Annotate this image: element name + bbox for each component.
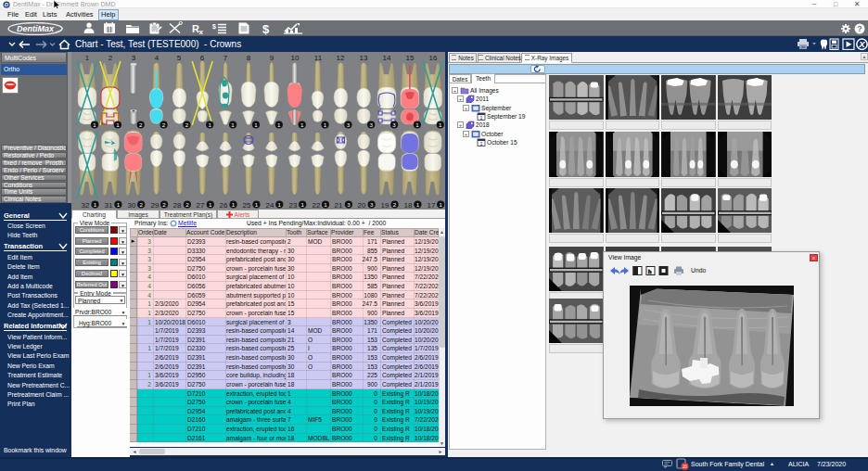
svg-text:1: 1	[209, 201, 212, 208]
svg-text:1: 1	[415, 121, 419, 128]
svg-text:?: ?	[857, 24, 862, 33]
svg-text:2: 2	[162, 121, 166, 128]
svg-text:1: 1	[232, 201, 236, 208]
svg-text:DentiMax: DentiMax	[17, 24, 55, 33]
svg-text:txt: txt	[801, 45, 805, 49]
svg-text:4: 4	[155, 54, 160, 62]
svg-text:1: 1	[300, 121, 304, 128]
svg-text:25: 25	[243, 201, 251, 210]
svg-text:10: 10	[291, 54, 300, 62]
svg-text:30: 30	[128, 201, 136, 210]
svg-text:21: 21	[335, 201, 343, 210]
svg-text:1: 1	[93, 121, 96, 128]
svg-text:1: 1	[300, 201, 304, 208]
svg-text:28: 28	[173, 201, 182, 210]
svg-text:1: 1	[324, 121, 327, 128]
svg-text:2: 2	[139, 121, 143, 128]
svg-text:1: 1	[117, 201, 121, 208]
svg-text:3: 3	[369, 121, 373, 128]
svg-text:5: 5	[177, 54, 182, 62]
svg-text:x: x	[199, 28, 204, 35]
svg-text:$: $	[212, 23, 216, 31]
svg-text:3: 3	[347, 121, 351, 128]
svg-text:32: 32	[82, 201, 90, 210]
svg-text:31: 31	[105, 201, 113, 210]
svg-text:1: 1	[254, 121, 258, 128]
svg-text:16: 16	[429, 54, 438, 62]
svg-text:1: 1	[85, 54, 90, 62]
svg-text:18: 18	[404, 201, 413, 210]
svg-text:h: h	[648, 269, 651, 274]
svg-text:7: 7	[223, 54, 228, 62]
svg-text:1: 1	[324, 201, 327, 208]
svg-text:2: 2	[139, 201, 143, 208]
svg-text:$: $	[262, 22, 270, 35]
svg-text:3: 3	[370, 201, 374, 208]
svg-text:3: 3	[132, 54, 136, 62]
svg-text:2: 2	[108, 54, 113, 62]
svg-text:1: 1	[439, 121, 442, 128]
svg-text:1: 1	[439, 201, 442, 208]
svg-text:1: 1	[479, 140, 482, 146]
svg-text:3: 3	[347, 201, 351, 208]
svg-text:22: 22	[313, 201, 321, 210]
svg-text:29: 29	[151, 201, 160, 210]
svg-text:1: 1	[208, 121, 211, 128]
svg-text:12: 12	[337, 54, 345, 62]
svg-text:1: 1	[231, 121, 235, 128]
svg-text:2: 2	[185, 121, 189, 128]
svg-text:23: 23	[289, 201, 298, 210]
svg-text:20: 20	[683, 465, 688, 469]
svg-text:1: 1	[278, 201, 282, 208]
svg-text:13: 13	[360, 54, 368, 62]
svg-text:1: 1	[277, 121, 281, 128]
svg-text:2: 2	[393, 201, 397, 208]
svg-text:15: 15	[406, 54, 415, 62]
svg-text:26: 26	[220, 201, 228, 210]
svg-text:1: 1	[255, 201, 259, 208]
svg-text:1: 1	[94, 201, 97, 208]
svg-text:17: 17	[428, 201, 436, 210]
svg-text:14: 14	[383, 54, 391, 62]
svg-text:1: 1	[116, 121, 120, 128]
svg-text:24: 24	[266, 201, 274, 210]
svg-text:9: 9	[270, 54, 274, 62]
svg-text:3: 3	[392, 121, 396, 128]
svg-text:8: 8	[247, 54, 251, 62]
svg-text:19: 19	[381, 201, 389, 210]
svg-text:27: 27	[197, 201, 205, 210]
svg-text:1: 1	[479, 114, 482, 120]
svg-text:X: X	[858, 39, 865, 49]
svg-text:20: 20	[358, 201, 366, 210]
svg-text:D: D	[5, 2, 9, 7]
svg-text:2: 2	[162, 201, 166, 208]
svg-text:1: 1	[416, 201, 420, 208]
svg-text:2: 2	[185, 201, 189, 208]
